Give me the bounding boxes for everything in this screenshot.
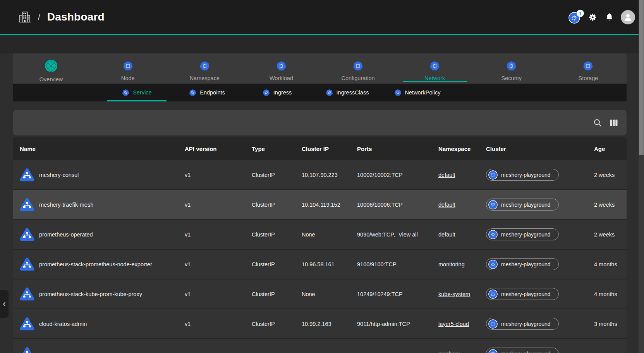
service-name: meshery-consul: [39, 172, 79, 178]
kubernetes-icon: [122, 89, 129, 96]
context-count-badge: 1: [577, 10, 584, 17]
subtab-endpoints[interactable]: Endpoints: [172, 84, 242, 101]
cluster-chip[interactable]: meshery-playground: [486, 258, 559, 270]
tab-node[interactable]: Node: [89, 53, 166, 84]
subtab-label: IngressClass: [337, 89, 369, 96]
service-icon: [20, 317, 34, 331]
tab-label: Workload: [270, 75, 293, 81]
cluster-chip[interactable]: meshery-playground: [486, 169, 559, 181]
api-version: v1: [185, 202, 252, 208]
tab-configuration[interactable]: Configuration: [320, 53, 397, 84]
cluster-ip: 10.99.2.163: [302, 321, 357, 327]
organization-building-icon[interactable]: [19, 11, 31, 23]
subtab-label: NetworkPolicy: [405, 89, 441, 96]
kubernetes-icon: [506, 61, 517, 71]
kubernetes-icon: [583, 61, 593, 71]
ports-value: 9011/http-admin:TCP: [357, 321, 410, 327]
tab-label: Storage: [579, 75, 598, 81]
table-row[interactable]: meshery-consul v1 ClusterIP 10.107.90.22…: [13, 160, 627, 190]
kubernetes-icon: [488, 319, 498, 329]
tab-storage[interactable]: Storage: [550, 53, 627, 84]
service-icon: [20, 168, 34, 182]
service-name: meshery-traefik-mesh: [39, 202, 93, 208]
namespace-link[interactable]: kube-system: [438, 291, 470, 297]
kubernetes-icon: [488, 170, 498, 180]
cluster-ip: 10.96.58.161: [302, 261, 357, 267]
tab-label: Node: [121, 75, 135, 81]
service-type: ClusterIP: [252, 202, 302, 208]
col-header-namespace[interactable]: Namespace: [438, 146, 486, 152]
subtab-label: Endpoints: [200, 89, 225, 96]
cluster-chip[interactable]: meshery-playground: [486, 318, 559, 330]
table-row[interactable]: meshery meshery-playground: [13, 339, 627, 353]
subtab-ingressclass[interactable]: IngressClass: [312, 84, 382, 101]
namespace-link[interactable]: meshery: [438, 351, 460, 353]
service-icon: [20, 346, 34, 353]
page-title: Dashboard: [47, 11, 105, 23]
subtab-label: Service: [133, 89, 151, 96]
tab-security[interactable]: Security: [473, 53, 550, 84]
service-icon: [20, 287, 34, 302]
cluster-name: meshery-playground: [501, 261, 551, 267]
network-subtabs: Service Endpoints Ingress IngressClass N…: [13, 84, 627, 101]
user-avatar[interactable]: [621, 10, 635, 24]
namespace-link[interactable]: layer5-cloud: [438, 321, 469, 327]
table-row[interactable]: cloud-kratos-admin v1 ClusterIP 10.99.2.…: [13, 309, 627, 339]
kubernetes-context-switcher[interactable]: 1: [568, 11, 581, 23]
namespace-link[interactable]: default: [438, 231, 455, 238]
meshery-logo-icon: [45, 59, 58, 72]
services-table: Name API version Type Cluster IP Ports N…: [13, 137, 627, 353]
tab-namespace[interactable]: Namespace: [166, 53, 243, 84]
tab-overview[interactable]: Overview: [13, 53, 89, 84]
cluster-chip[interactable]: meshery-playground: [486, 228, 559, 240]
table-header-row: Name API version Type Cluster IP Ports N…: [13, 137, 627, 160]
kubernetes-icon: [263, 89, 270, 96]
notifications-bell-icon[interactable]: [605, 12, 614, 22]
search-icon[interactable]: [593, 118, 602, 127]
service-type: ClusterIP: [252, 231, 302, 238]
settings-gear-icon[interactable]: [587, 12, 598, 22]
tab-label: Network: [424, 75, 445, 81]
namespace-link[interactable]: default: [438, 172, 455, 178]
col-header-cluster-ip[interactable]: Cluster IP: [302, 146, 357, 152]
ports-value: 10002/10002:TCP: [357, 172, 403, 178]
table-row[interactable]: meshery-traefik-mesh v1 ClusterIP 10.104…: [13, 190, 627, 220]
service-type: ClusterIP: [252, 172, 302, 178]
scrollbar-thumb[interactable]: [639, 0, 644, 155]
breadcrumb: / Dashboard: [19, 11, 105, 23]
cluster-ip: 10.107.90.223: [302, 172, 357, 178]
vertical-scrollbar[interactable]: [639, 0, 644, 353]
tab-label: Configuration: [341, 75, 374, 81]
breadcrumb-separator: /: [38, 12, 40, 22]
table-row[interactable]: prometheus-stack-kube-prom-kube-proxy v1…: [13, 279, 627, 309]
col-header-type[interactable]: Type: [252, 146, 302, 152]
app-header: / Dashboard 1: [0, 0, 644, 34]
namespace-link[interactable]: default: [438, 202, 455, 208]
table-row[interactable]: prometheus-operated v1 ClusterIP None 90…: [13, 220, 627, 250]
tab-network[interactable]: Network: [397, 53, 473, 84]
api-version: v1: [185, 291, 252, 297]
col-header-cluster[interactable]: Cluster: [486, 146, 594, 152]
subtab-service[interactable]: Service: [102, 84, 172, 101]
kubernetes-icon: [123, 61, 133, 71]
view-columns-icon[interactable]: [610, 118, 618, 127]
person-icon: [623, 12, 633, 22]
subtab-networkpolicy[interactable]: NetworkPolicy: [382, 84, 452, 101]
col-header-api-version[interactable]: API version: [185, 146, 252, 152]
cluster-chip[interactable]: meshery-playground: [486, 348, 559, 353]
col-header-age[interactable]: Age: [594, 146, 627, 152]
view-all-link[interactable]: View all: [398, 231, 418, 238]
table-row[interactable]: prometheus-stack-prometheus-node-exporte…: [13, 250, 627, 279]
sidebar-collapse-toggle[interactable]: ‹: [0, 290, 9, 318]
subtab-ingress[interactable]: Ingress: [242, 84, 312, 101]
cluster-chip[interactable]: meshery-playground: [486, 199, 559, 211]
col-header-ports[interactable]: Ports: [357, 146, 438, 152]
age: 4 months: [594, 261, 627, 267]
cluster-chip[interactable]: meshery-playground: [486, 288, 559, 300]
col-header-name[interactable]: Name: [20, 146, 185, 152]
ports: 10002/10002:TCP: [357, 172, 438, 178]
ports: 9100/9100:TCP: [357, 261, 438, 267]
age: 2 weeks: [594, 231, 627, 238]
namespace-link[interactable]: monitoring: [438, 261, 465, 267]
tab-workload[interactable]: Workload: [243, 53, 319, 84]
